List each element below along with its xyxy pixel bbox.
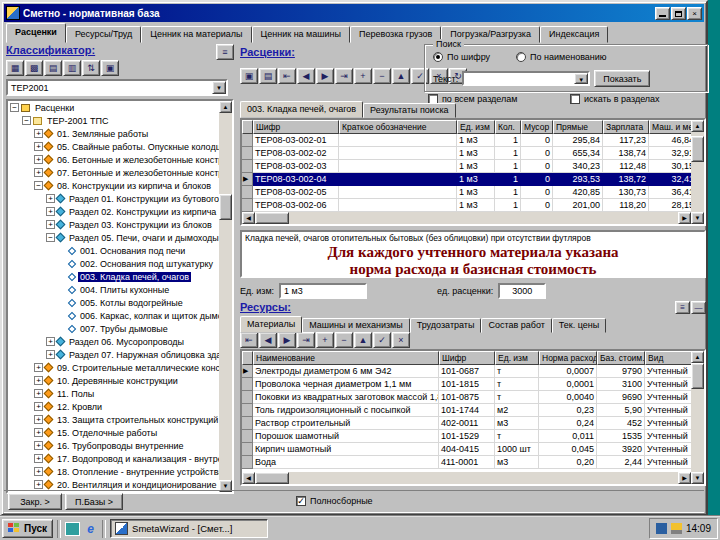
print-icon[interactable]: ▤ bbox=[259, 68, 277, 84]
delete-record-icon[interactable]: − bbox=[335, 332, 353, 348]
start-button[interactable]: Пуск bbox=[2, 519, 53, 538]
tree-item[interactable]: −08. Конструкции из кирпича и блоков bbox=[8, 179, 219, 192]
rates-hscrollbar[interactable]: ◀▶ bbox=[242, 212, 691, 224]
ie-icon[interactable]: e bbox=[83, 522, 98, 536]
scrollbar-track[interactable] bbox=[255, 472, 678, 484]
table-row[interactable]: ТЕР08-03-002-021 м310655,34138,7432,91 bbox=[242, 147, 691, 160]
next-record-icon[interactable]: ▶ bbox=[316, 68, 334, 84]
expand-resources-button[interactable]: ≡ bbox=[675, 301, 690, 314]
table-row[interactable]: Проволока черная диаметром 1,1 мм101-181… bbox=[242, 378, 691, 391]
search-by-code-radio[interactable] bbox=[433, 52, 443, 62]
scrollbar-thumb[interactable] bbox=[691, 136, 704, 162]
tree-item[interactable]: 002. Основания под штукатурку bbox=[8, 257, 219, 270]
tree-item[interactable]: +16. Трубопроводы внутренние bbox=[8, 439, 219, 452]
collapse-icon[interactable]: − bbox=[22, 116, 31, 125]
dropdown-icon[interactable]: ▼ bbox=[574, 73, 588, 84]
resources-tab-1[interactable]: Материалы bbox=[240, 316, 302, 333]
expand-icon[interactable]: + bbox=[34, 467, 43, 476]
expand-icon[interactable]: + bbox=[34, 480, 43, 489]
restore-button[interactable] bbox=[671, 7, 686, 20]
prev-record-icon[interactable]: ◀ bbox=[297, 68, 315, 84]
collapse-icon[interactable]: − bbox=[34, 181, 43, 190]
table-row[interactable]: Вода411-0001м30,202,44Учтенный bbox=[242, 456, 691, 469]
titlebar[interactable]: Сметно - нормативная база × bbox=[4, 4, 704, 22]
tree-scrollbar[interactable]: ▲▼ bbox=[219, 101, 232, 492]
expand-icon[interactable]: + bbox=[46, 220, 55, 229]
scrollbar-thumb[interactable] bbox=[255, 212, 289, 224]
edit-record-icon[interactable]: ▲ bbox=[392, 68, 410, 84]
table-row[interactable]: Порошок шамотный101-1529т0,0111535Учтенн… bbox=[242, 430, 691, 443]
resources-tab-3[interactable]: Трудозатраты bbox=[410, 318, 482, 333]
resources-tab-4[interactable]: Состав работ bbox=[481, 318, 551, 333]
add-record-icon[interactable]: + bbox=[354, 68, 372, 84]
rate-count-field[interactable]: 3000 bbox=[498, 283, 546, 299]
bases-button[interactable]: П.Базы > bbox=[65, 493, 123, 510]
collapse-icon[interactable]: − bbox=[10, 103, 19, 112]
expand-icon[interactable]: + bbox=[46, 194, 55, 203]
main-tab-4[interactable]: Ценник на машины bbox=[252, 26, 350, 43]
list-view-icon[interactable]: ▤ bbox=[44, 60, 62, 76]
sort-icon[interactable]: ⇅ bbox=[82, 60, 100, 76]
tree-item[interactable]: +11. Полы bbox=[8, 387, 219, 400]
table-row[interactable]: Кирпич шамотный404-04151000 шт0,0453920У… bbox=[242, 443, 691, 456]
search-by-name-radio[interactable] bbox=[516, 52, 526, 62]
expand-icon[interactable]: + bbox=[34, 168, 43, 177]
tree-item[interactable]: 004. Плиты кухонные bbox=[8, 283, 219, 296]
expand-icon[interactable]: + bbox=[34, 441, 43, 450]
collapse-icon[interactable]: − bbox=[46, 233, 55, 242]
table-row[interactable]: ▶Электроды диаметром 6 мм Э42101-0687т0,… bbox=[242, 365, 691, 378]
unit-field[interactable]: 1 м3 bbox=[279, 283, 367, 299]
resources-hscrollbar[interactable]: ◀▶ bbox=[242, 472, 691, 484]
tree-item[interactable]: +07. Бетонные и железобетонные конструкц… bbox=[8, 166, 219, 179]
scroll-right-button[interactable]: ▶ bbox=[678, 212, 691, 224]
copy-icon[interactable]: ▣ bbox=[240, 68, 258, 84]
tree-item[interactable]: 007. Трубы дымовые bbox=[8, 322, 219, 335]
tree-item[interactable]: +09. Строительные металлические конструк… bbox=[8, 361, 219, 374]
scroll-up-button[interactable]: ▲ bbox=[691, 120, 704, 132]
find-node-icon[interactable]: ▣ bbox=[101, 60, 119, 76]
resources-tab-5[interactable]: Тек. цены bbox=[552, 318, 606, 333]
tree-item[interactable]: 001. Основания под печи bbox=[8, 244, 219, 257]
tree-item[interactable]: +Раздел 07. Наружная облицовка зданий bbox=[8, 348, 219, 361]
rates-tab-1[interactable]: 003. Кладка печей, очагов bbox=[240, 101, 363, 118]
tree-item[interactable]: +Раздел 01. Конструкции из бутового камн… bbox=[8, 192, 219, 205]
tree-item[interactable]: 003. Кладка печей, очагов bbox=[8, 270, 219, 283]
scrollbar-track[interactable] bbox=[255, 212, 678, 224]
task-button-smetawizard[interactable]: SmetaWizard - [Смет...] bbox=[110, 519, 268, 538]
main-tab-5[interactable]: Перевозка грузов bbox=[350, 26, 441, 43]
tree-item[interactable]: +13. Защита строительных конструкций и о… bbox=[8, 413, 219, 426]
language-indicator-icon[interactable] bbox=[656, 523, 667, 534]
main-tab-1[interactable]: Расценки bbox=[6, 23, 66, 43]
tree-item[interactable]: 005. Котлы водогрейные bbox=[8, 296, 219, 309]
last-record-icon[interactable]: ⇥ bbox=[335, 68, 353, 84]
tree-item[interactable]: −Раздел 05. Печи, очаги и дымоходы bbox=[8, 231, 219, 244]
prev-record-icon[interactable]: ◀ bbox=[259, 332, 277, 348]
tree-item[interactable]: +10. Деревянные конструкции bbox=[8, 374, 219, 387]
tree-item[interactable]: +Раздел 06. Мусоропроводы bbox=[8, 335, 219, 348]
table-row[interactable]: Толь гидроизоляционный с посыпкой101-174… bbox=[242, 404, 691, 417]
scrollbar-track[interactable] bbox=[691, 132, 704, 212]
scrollbar-thumb[interactable] bbox=[255, 472, 289, 484]
show-button[interactable]: Показать bbox=[594, 70, 650, 87]
tree-item[interactable]: +18. Отопление - внутренние устройства bbox=[8, 465, 219, 478]
tree-item[interactable]: +01. Земляные работы bbox=[8, 127, 219, 140]
footer-checkbox[interactable]: Полносборные bbox=[296, 496, 373, 506]
scroll-up-button[interactable]: ▲ bbox=[691, 351, 704, 363]
scrollbar-track[interactable] bbox=[219, 113, 232, 480]
tree-item[interactable]: +05. Свайные работы. Опускные колодцы. З… bbox=[8, 140, 219, 153]
minimize-button[interactable] bbox=[655, 7, 670, 20]
volume-icon[interactable] bbox=[671, 523, 682, 534]
scroll-left-button[interactable]: ◀ bbox=[242, 212, 255, 224]
table-row[interactable]: ▶ТЕР08-03-002-041 м310293,53138,7232,41 bbox=[242, 173, 691, 186]
expand-icon[interactable]: + bbox=[34, 389, 43, 398]
scrollbar-thumb[interactable] bbox=[691, 363, 704, 389]
main-tab-7[interactable]: Индексация bbox=[540, 26, 608, 43]
cancel-icon[interactable]: × bbox=[392, 332, 410, 348]
table-row[interactable]: ТЕР08-03-002-051 м310420,85130,7336,41 bbox=[242, 186, 691, 199]
scroll-right-button[interactable]: ▶ bbox=[678, 472, 691, 484]
tree-item[interactable]: −Расценки bbox=[8, 101, 219, 114]
expand-icon[interactable]: + bbox=[46, 337, 55, 346]
scrollbar-track[interactable] bbox=[691, 363, 704, 472]
last-record-icon[interactable]: ⇥ bbox=[297, 332, 315, 348]
expand-icon[interactable]: + bbox=[34, 428, 43, 437]
